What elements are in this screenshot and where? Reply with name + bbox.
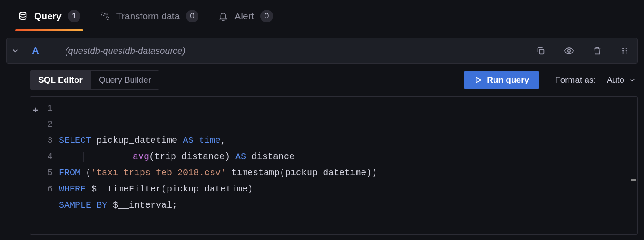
tab-transform-label: Transform data bbox=[116, 11, 180, 22]
database-icon bbox=[18, 11, 28, 21]
tab-query-count: 1 bbox=[68, 10, 80, 22]
trash-icon[interactable] bbox=[591, 44, 604, 58]
svg-point-2 bbox=[568, 49, 570, 52]
run-query-button[interactable]: Run query bbox=[464, 71, 539, 89]
bell-icon bbox=[218, 11, 228, 21]
line-number: 3 bbox=[30, 133, 53, 149]
line-number: 6 bbox=[30, 181, 53, 197]
line-number: 4 bbox=[30, 149, 53, 165]
tab-transform[interactable]: Transform data 0 bbox=[100, 10, 199, 31]
svg-point-7 bbox=[622, 52, 624, 53]
copy-icon[interactable] bbox=[534, 44, 547, 58]
transform-icon bbox=[100, 11, 110, 21]
tab-alert[interactable]: Alert 0 bbox=[218, 10, 273, 31]
grip-icon[interactable] bbox=[618, 44, 631, 57]
code-line: SELECT pickup_datetime AS time, bbox=[59, 133, 632, 149]
code-line: avg(trip_distance) AS distance bbox=[59, 149, 632, 165]
svg-point-5 bbox=[622, 50, 624, 51]
code-area[interactable]: SELECT pickup_datetime AS time, avg(trip… bbox=[57, 97, 637, 234]
svg-point-8 bbox=[626, 52, 627, 53]
svg-rect-1 bbox=[539, 49, 544, 54]
run-query-label: Run query bbox=[487, 75, 529, 85]
tab-query-label: Query bbox=[34, 11, 62, 22]
tab-alert-label: Alert bbox=[234, 11, 254, 22]
eye-icon[interactable] bbox=[562, 44, 576, 58]
datasource-name: (questdb-questdb-datasource) bbox=[65, 46, 185, 56]
svg-point-3 bbox=[622, 48, 624, 49]
sql-editor-tab[interactable]: SQL Editor bbox=[30, 71, 91, 89]
query-ref-id[interactable]: A bbox=[32, 45, 39, 57]
format-as-select[interactable]: Auto bbox=[605, 72, 638, 88]
svg-point-4 bbox=[626, 48, 627, 49]
tab-alert-count: 0 bbox=[260, 10, 273, 22]
cursor-indicator bbox=[631, 179, 636, 181]
play-icon bbox=[474, 76, 482, 84]
svg-point-0 bbox=[20, 12, 26, 14]
editor-toolbar: SQL Editor Query Builder Run query Forma… bbox=[30, 70, 638, 90]
line-gutter: + 1 2 3 4 5 6 bbox=[30, 97, 57, 234]
code-line: FROM ('taxi_trips_feb_2018.csv' timestam… bbox=[59, 165, 632, 181]
query-header: A (questdb-questdb-datasource) bbox=[6, 38, 638, 64]
collapse-toggle[interactable] bbox=[11, 47, 19, 55]
code-line: SAMPLE BY $__interval; bbox=[59, 197, 632, 213]
line-number: 5 bbox=[30, 165, 53, 181]
chevron-down-icon bbox=[629, 76, 636, 84]
editor-mode-toggle: SQL Editor Query Builder bbox=[30, 70, 159, 90]
svg-point-6 bbox=[626, 50, 627, 51]
tab-query[interactable]: Query 1 bbox=[18, 10, 80, 31]
format-as-label: Format as: bbox=[555, 75, 596, 85]
format-as-value: Auto bbox=[607, 75, 624, 85]
tab-bar: Query 1 Transform data 0 Alert 0 bbox=[0, 0, 644, 32]
query-builder-tab[interactable]: Query Builder bbox=[91, 71, 159, 89]
sql-editor[interactable]: + 1 2 3 4 5 6 SELECT pickup_datetime AS … bbox=[30, 96, 638, 235]
svg-marker-9 bbox=[476, 77, 481, 83]
code-line: WHERE $__timeFilter(pickup_datetime) bbox=[59, 181, 632, 197]
plus-icon[interactable]: + bbox=[33, 103, 38, 119]
tab-transform-count: 0 bbox=[186, 10, 198, 22]
